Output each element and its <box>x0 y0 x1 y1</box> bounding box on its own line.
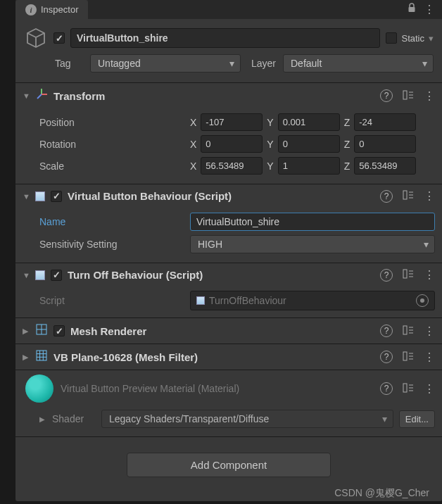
lock-icon[interactable] <box>407 3 417 16</box>
transform-header[interactable]: ▼ Transform ? ⋮ <box>15 83 442 108</box>
svg-rect-28 <box>403 352 407 360</box>
vbb-title: Virtual Button Behaviour (Script) <box>68 190 374 202</box>
tab-title: Inspector <box>41 4 78 15</box>
static-dropdown-icon[interactable]: ▾ <box>429 33 434 44</box>
vbb-name-input[interactable] <box>190 213 435 231</box>
menu-icon[interactable]: ⋮ <box>424 351 435 364</box>
scale-y-input[interactable] <box>278 157 340 175</box>
help-icon[interactable]: ? <box>380 382 393 395</box>
script-label: Script <box>39 295 183 306</box>
svg-rect-4 <box>403 91 407 99</box>
vbb-header[interactable]: ▼ Virtual Button Behaviour (Script) ? ⋮ <box>15 184 442 208</box>
svg-rect-32 <box>403 384 407 392</box>
menu-icon[interactable]: ⋮ <box>424 325 435 338</box>
mesh-filter-icon <box>35 349 48 365</box>
vbb-enabled-checkbox[interactable] <box>51 191 62 202</box>
scale-z-input[interactable] <box>354 157 416 175</box>
script-icon <box>35 191 45 201</box>
rotation-label: Rotation <box>39 139 183 150</box>
position-x-input[interactable] <box>201 113 263 131</box>
scale-label: Scale <box>39 160 183 172</box>
mesh-renderer-enabled-checkbox[interactable] <box>53 325 65 336</box>
foldout-icon: ▶ <box>23 353 30 362</box>
preset-icon[interactable] <box>403 351 414 363</box>
tab-menu-icon[interactable]: ⋮ <box>424 3 435 16</box>
watermark: CSDN @鬼樱G_Cher <box>334 487 429 500</box>
preset-icon[interactable] <box>403 269 414 281</box>
info-icon: i <box>25 4 37 15</box>
svg-rect-0 <box>409 7 415 12</box>
add-component-button[interactable]: Add Component <box>127 453 331 477</box>
rotation-x-input[interactable] <box>201 135 263 153</box>
preset-icon[interactable] <box>403 383 414 395</box>
tob-header[interactable]: ▼ Turn Off Behaviour (Script) ? ⋮ <box>15 263 442 286</box>
material-section: Virtual Button Preview Material (Materia… <box>15 370 442 436</box>
sensitivity-label: Sensitivity Setting <box>39 239 183 250</box>
mesh-renderer-title: Mesh Renderer <box>70 325 374 337</box>
preset-icon[interactable] <box>403 90 414 102</box>
help-icon[interactable]: ? <box>380 269 393 282</box>
tag-dropdown[interactable]: Untagged <box>90 54 241 73</box>
foldout-icon: ▼ <box>23 192 30 201</box>
svg-rect-8 <box>403 191 407 199</box>
foldout-icon: ▼ <box>23 271 30 279</box>
sensitivity-dropdown[interactable]: HIGH <box>190 235 435 253</box>
svg-rect-19 <box>403 326 407 334</box>
svg-rect-23 <box>37 351 46 360</box>
tob-enabled-checkbox[interactable] <box>51 270 62 281</box>
svg-line-3 <box>37 94 42 99</box>
rotation-z-input[interactable] <box>354 135 416 153</box>
mesh-renderer-icon <box>35 323 48 339</box>
mesh-renderer-component: ▶ Mesh Renderer ? ⋮ <box>15 317 442 344</box>
menu-icon[interactable]: ⋮ <box>424 189 435 203</box>
transform-component: ▼ Transform ? ⋮ Position X Y Z <box>15 82 442 184</box>
shader-edit-button[interactable]: Edit... <box>399 410 435 428</box>
enabled-checkbox[interactable] <box>53 32 65 44</box>
preset-icon[interactable] <box>403 325 414 337</box>
tob-title: Turn Off Behaviour (Script) <box>68 269 374 281</box>
mesh-renderer-header[interactable]: ▶ Mesh Renderer ? ⋮ <box>15 318 442 344</box>
rotation-y-input[interactable] <box>278 135 340 153</box>
transform-icon <box>35 88 48 103</box>
svg-rect-12 <box>403 270 407 278</box>
foldout-icon[interactable]: ▶ <box>39 415 46 423</box>
position-z-input[interactable] <box>354 113 416 131</box>
transform-title: Transform <box>53 90 374 102</box>
foldout-icon: ▼ <box>23 92 30 100</box>
static-checkbox[interactable] <box>386 32 397 44</box>
tab-bar: i Inspector ⋮ <box>15 0 442 19</box>
turn-off-behaviour-component: ▼ Turn Off Behaviour (Script) ? ⋮ Script… <box>15 263 442 317</box>
menu-icon[interactable]: ⋮ <box>424 268 435 282</box>
position-label: Position <box>39 117 183 128</box>
mesh-filter-title: VB Plane-10628 (Mesh Filter) <box>53 351 374 363</box>
menu-icon[interactable]: ⋮ <box>424 382 435 396</box>
menu-icon[interactable]: ⋮ <box>424 89 435 103</box>
gameobject-header: Static ▾ <box>15 19 442 54</box>
help-icon[interactable]: ? <box>380 325 393 337</box>
mesh-filter-header[interactable]: ▶ VB Plane-10628 (Mesh Filter) ? ⋮ <box>15 344 442 370</box>
vbb-name-label: Name <box>39 216 183 227</box>
layer-label: Layer <box>248 58 276 69</box>
static-label: Static <box>401 33 424 44</box>
tag-layer-row: Tag Untagged Layer Default <box>15 54 442 82</box>
virtual-button-behaviour-component: ▼ Virtual Button Behaviour (Script) ? ⋮ … <box>15 184 442 263</box>
object-picker-icon[interactable] <box>416 294 429 307</box>
tag-label: Tag <box>55 58 83 69</box>
help-icon[interactable]: ? <box>380 351 393 363</box>
foldout-icon: ▶ <box>23 327 30 336</box>
scale-x-input[interactable] <box>201 157 263 175</box>
inspector-tab[interactable]: i Inspector <box>15 0 88 19</box>
script-icon <box>196 296 205 305</box>
mesh-filter-component: ▶ VB Plane-10628 (Mesh Filter) ? ⋮ <box>15 344 442 370</box>
position-y-input[interactable] <box>278 113 340 131</box>
layer-dropdown[interactable]: Default <box>283 54 434 73</box>
material-preview-icon <box>25 374 53 403</box>
shader-dropdown[interactable]: Legacy Shaders/Transparent/Diffuse <box>101 410 393 428</box>
help-icon[interactable]: ? <box>380 89 393 102</box>
material-title: Virtual Button Preview Material (Materia… <box>61 383 373 394</box>
shader-label: Shader <box>52 413 96 424</box>
script-field[interactable]: TurnOffBehaviour <box>190 291 435 310</box>
preset-icon[interactable] <box>403 190 414 202</box>
help-icon[interactable]: ? <box>380 190 393 203</box>
gameobject-name-input[interactable] <box>70 28 380 48</box>
